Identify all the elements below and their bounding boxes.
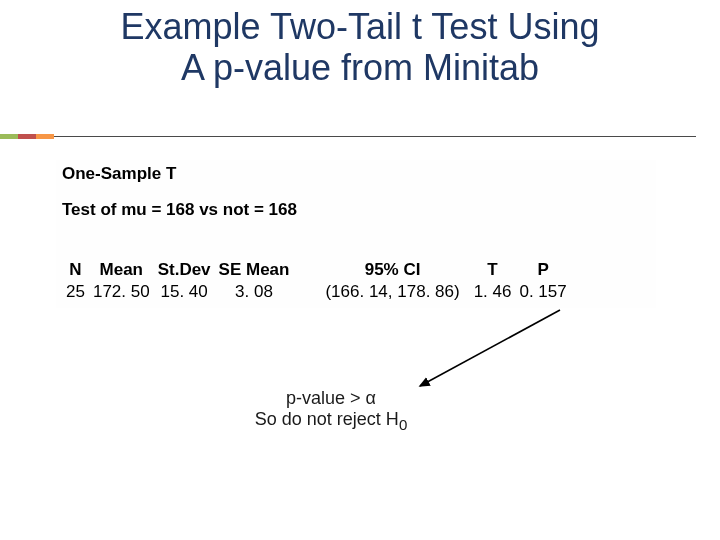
col-n: N (66, 260, 91, 280)
val-ci: (166. 14, 178. 86) (297, 282, 465, 302)
conclusion-line1-text: p-value > (286, 388, 366, 408)
svg-line-1 (420, 310, 560, 386)
val-stdev: 15. 40 (158, 282, 217, 302)
col-t: T (468, 260, 518, 280)
conclusion-text: p-value > α So do not reject H0 (225, 388, 437, 433)
output-table: N Mean St.Dev SE Mean 95% CI T P 25 172.… (64, 258, 575, 304)
col-mean: Mean (93, 260, 156, 280)
output-header: One-Sample T (62, 164, 176, 184)
val-mean: 172. 50 (93, 282, 156, 302)
accent-bar (0, 134, 54, 139)
conclusion-line2: So do not reject H0 (255, 409, 407, 429)
val-semean: 3. 08 (219, 282, 296, 302)
col-ci: 95% CI (297, 260, 465, 280)
col-stdev: St.Dev (158, 260, 217, 280)
col-p: P (519, 260, 572, 280)
title-line-2: A p-value from Minitab (181, 47, 539, 88)
table-row: 25 172. 50 15. 40 3. 08 (166. 14, 178. 8… (66, 282, 573, 302)
val-p: 0. 157 (519, 282, 572, 302)
slide-title: Example Two-Tail t Test Using A p-value … (0, 6, 720, 89)
alpha-symbol: α (366, 388, 376, 408)
accent-seg-green (0, 134, 18, 139)
conclusion-line2-text: So do not reject H (255, 409, 399, 429)
val-t: 1. 46 (468, 282, 518, 302)
divider-line (54, 136, 696, 137)
title-line-1: Example Two-Tail t Test Using (121, 6, 600, 47)
conclusion-line1: p-value > α (286, 388, 376, 408)
col-semean: SE Mean (219, 260, 296, 280)
val-n: 25 (66, 282, 91, 302)
output-test-of: Test of mu = 168 vs not = 168 (62, 200, 297, 220)
table-header-row: N Mean St.Dev SE Mean 95% CI T P (66, 260, 573, 280)
accent-seg-red (18, 134, 36, 139)
h-subscript: 0 (399, 415, 407, 432)
minitab-output-box: One-Sample T Test of mu = 168 vs not = 1… (56, 160, 656, 308)
accent-seg-orange (36, 134, 54, 139)
